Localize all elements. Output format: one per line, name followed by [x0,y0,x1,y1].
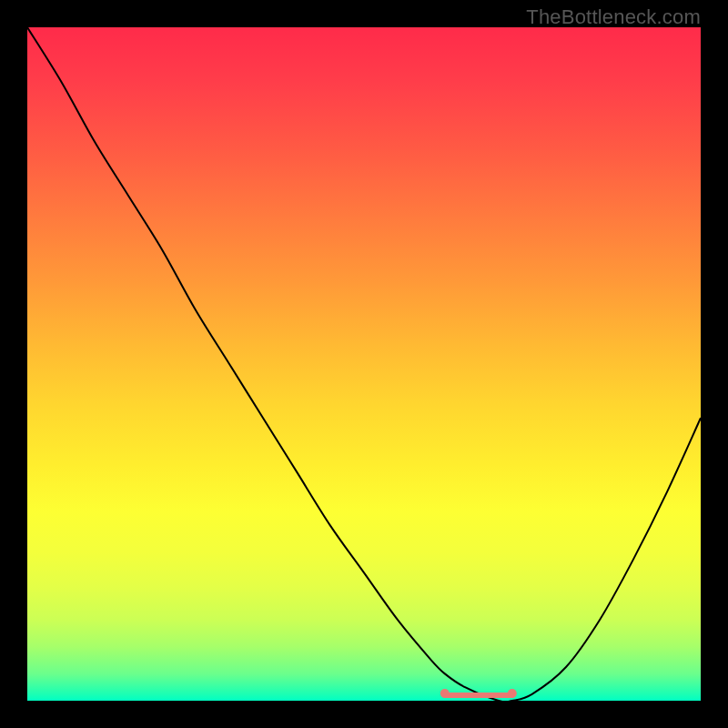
watermark-text: TheBottleneck.com [526,5,701,29]
optimal-range-dot-left [440,689,450,698]
chart-container: TheBottleneck.com [0,0,728,728]
curve-svg [27,27,701,701]
optimal-range-dot-right [508,689,517,698]
bottleneck-curve [27,27,701,701]
plot-area [27,27,701,701]
